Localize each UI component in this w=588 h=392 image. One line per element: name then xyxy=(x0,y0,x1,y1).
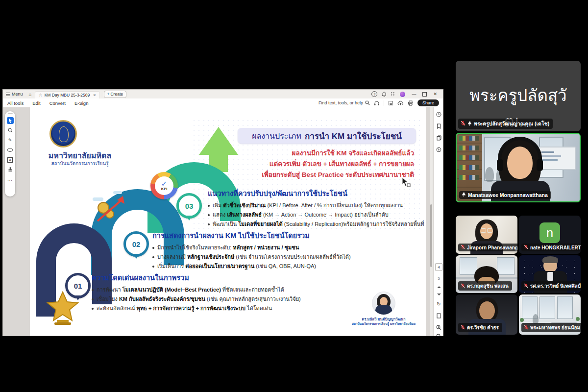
more-tools[interactable]: ... xyxy=(7,176,14,183)
section-header: การแสดงการนำผลงาน KM ไปใช้ประโยชน์โดยรวม xyxy=(152,230,383,241)
whiteboard xyxy=(538,147,576,170)
history-icon[interactable] xyxy=(436,111,442,118)
menu-label: Menu xyxy=(12,92,23,97)
zoom-out-icon[interactable] xyxy=(436,333,442,336)
participant-name-bar: ดร.วีรชัย คำธร xyxy=(458,323,502,332)
participant-tile[interactable]: Jiraporn Phansawang xyxy=(456,216,517,254)
toolbar-item-0[interactable]: All tools xyxy=(3,100,28,106)
create-button[interactable]: + Create xyxy=(104,91,126,98)
participant-name: nate HONGKRAILERT xyxy=(530,245,581,250)
quick-tools-rail: ✎ A ... xyxy=(5,111,15,196)
initial-avatar: n xyxy=(539,222,560,243)
participant-name-bar: Jiraporn Phansawang xyxy=(458,244,517,251)
acrobat-toolbar: All toolsEditConvertE-Sign Find text, to… xyxy=(3,98,443,108)
participant-tile-active-speaker[interactable]: Manatsawee Monpannawatthana xyxy=(456,133,581,202)
plus-icon: + xyxy=(107,92,110,97)
intro-line: เพื่อยกระดับสู่ Best Practice ระดับประเท… xyxy=(169,169,414,180)
participant-name-bar: รศ.ดร.วรวิทย์ นิเทศศิลป์ xyxy=(521,281,581,291)
section-03: แนวทางที่ควรปรับปรุง/พัฒนาการใช้ประโยชน์… xyxy=(208,188,426,229)
menu-button[interactable]: Menu xyxy=(3,90,26,98)
restore-button[interactable] xyxy=(422,92,427,97)
pen-tool[interactable]: ✎ xyxy=(7,137,14,144)
stamp-tool[interactable] xyxy=(7,166,14,173)
read-aloud-headphones-icon[interactable] xyxy=(374,100,380,106)
zoom-tool[interactable] xyxy=(7,127,14,134)
scrollbar-thumb[interactable] xyxy=(430,204,432,267)
participant-tile[interactable]: ดร.วีรชัย คำธร xyxy=(456,294,517,335)
step-badge-02: 02 xyxy=(123,231,149,257)
toolbar-item-2[interactable]: Convert xyxy=(45,100,70,106)
section-01: ความโดดเด่นผลงานในภาพรวม การพัฒนา โมเดล/… xyxy=(92,272,337,313)
previous-page-button[interactable] xyxy=(437,286,441,288)
mic-muted-icon xyxy=(461,121,466,127)
select-tool[interactable] xyxy=(7,117,14,124)
slide-bullet: สะท้อนอัตลักษณ์ พุทธ + การจัดการความรู้ … xyxy=(92,304,337,313)
participant-name-bar: พระมหาทศพร อ่อนน้อม xyxy=(521,323,581,332)
rotate-page-icon[interactable]: ↻ xyxy=(436,301,442,307)
fit-page-icon[interactable] xyxy=(436,313,442,319)
help-icon[interactable]: ? xyxy=(371,91,377,97)
participant-tile[interactable]: รศ.ดร.วรวิทย์ นิเทศศิลป์ xyxy=(519,255,581,293)
section-02: การแสดงการนำผลงาน KM ไปใช้ประโยชน์โดยรวม… xyxy=(152,230,383,271)
next-page-button[interactable] xyxy=(437,294,441,295)
page-number-input[interactable]: 4 xyxy=(435,263,442,271)
org-subtitle: สถาบันนวัตกรรมการเรียนรู้ xyxy=(41,160,119,167)
participant-name: ดร.วีรชัย คำธร xyxy=(467,324,499,331)
slide-bullet: เชื่อมโยง KM กับผลลัพธ์จริงระดับองค์กร/ช… xyxy=(92,294,337,304)
search-icon xyxy=(365,100,370,105)
participant-tile[interactable]: พระมหาทศพร อ่อนน้อม xyxy=(519,294,581,335)
participant-tile[interactable]: n nate HONGKRAILERT xyxy=(519,216,581,254)
presenter-org: สถาบันนวัตกรรมการเรียนรู้ มหาวิทยาลัยมหิ… xyxy=(340,321,426,326)
mic-muted-icon xyxy=(461,245,465,250)
export-pdf-icon[interactable] xyxy=(436,147,442,153)
step-badge-01: 01 xyxy=(65,273,91,298)
participant-name-bar: Manatsawee Monpannawatthana xyxy=(459,191,551,199)
mic-muted-icon xyxy=(524,283,528,289)
participant-name-bar: ดร.กฤตสุชิน พลเสน xyxy=(458,281,512,291)
intro-line: ผลงานมีการใช้ KM จริงและเกิดผลลัพธ์แล้ว xyxy=(169,147,414,158)
slide-bullet: พัฒนาเป็น โมเดลที่ขยายผลได้ (Scalability… xyxy=(208,220,426,229)
apps-grid-icon[interactable] xyxy=(391,92,395,97)
document-tab[interactable]: ☆ KM Day MBU 25-3-2569 × xyxy=(35,91,100,99)
mouse-cursor xyxy=(401,177,412,188)
window-close-button[interactable]: ✕ xyxy=(431,92,439,97)
find-field[interactable]: Find text, tools, or help xyxy=(318,100,370,105)
tab-title: KM Day MBU 25-3-2569 xyxy=(45,93,90,98)
favorite-star-icon[interactable]: ☆ xyxy=(39,93,43,98)
bookmarks-icon[interactable] xyxy=(436,123,442,129)
hamburger-icon xyxy=(6,93,10,96)
save-icon[interactable] xyxy=(388,100,393,106)
home-button[interactable]: ⌂ xyxy=(26,90,35,98)
participant-tile-spotlight[interactable]: พระครูปลัดสุวัฒ... พระครูปลัดสุวัฒนญาณคุ… xyxy=(456,61,581,131)
text-box-tool[interactable]: A xyxy=(7,156,14,163)
share-button[interactable]: Share xyxy=(417,99,439,106)
screen: Menu ⌂ ☆ KM Day MBU 25-3-2569 × + Create… xyxy=(0,0,588,392)
toolbar-item-3[interactable]: E-Sign xyxy=(70,100,93,106)
cloud-upload-icon[interactable] xyxy=(397,100,404,106)
pin-icon xyxy=(462,192,466,198)
page-total: 5 xyxy=(438,276,440,281)
participant-name-bar: nate HONGKRAILERT xyxy=(521,244,581,251)
shape-tool[interactable] xyxy=(7,147,14,153)
step-badge-03: 03 xyxy=(176,193,202,219)
toolbar-item-1[interactable]: Edit xyxy=(28,100,45,106)
rail-grip[interactable] xyxy=(8,113,13,114)
acrobat-window: Menu ⌂ ☆ KM Day MBU 25-3-2569 × + Create… xyxy=(2,89,443,336)
profile-avatar[interactable] xyxy=(400,92,405,97)
university-logo xyxy=(49,120,77,147)
slide-title: ผลงานประเภท การนำ KM มาใช้ประโยชน์ xyxy=(238,128,416,144)
document-area: ✓ KPI 03 02 01 มหาวิทยาลัยมหิดล สถาบันนว… xyxy=(3,107,443,336)
mic-muted-icon xyxy=(524,245,528,250)
minimize-button[interactable]: — xyxy=(410,92,418,97)
participant-name: Jiraporn Phansawang xyxy=(467,245,517,250)
section-header: แนวทางที่ควรปรับปรุง/พัฒนาการใช้ประโยชน์ xyxy=(208,188,426,199)
participant-tile[interactable]: ดร.กฤตสุชิน พลเสน xyxy=(456,255,517,293)
presenter-photo xyxy=(372,292,395,315)
tab-close-icon[interactable]: × xyxy=(93,93,96,98)
section-header: ความโดดเด่นผลงานในภาพรวม xyxy=(92,272,337,283)
page-thumbnails-icon[interactable] xyxy=(436,135,442,141)
notifications-bell-icon[interactable] xyxy=(382,92,387,97)
zoom-in-icon[interactable] xyxy=(436,324,442,331)
print-icon[interactable] xyxy=(408,100,414,106)
pin-icon xyxy=(467,121,472,127)
